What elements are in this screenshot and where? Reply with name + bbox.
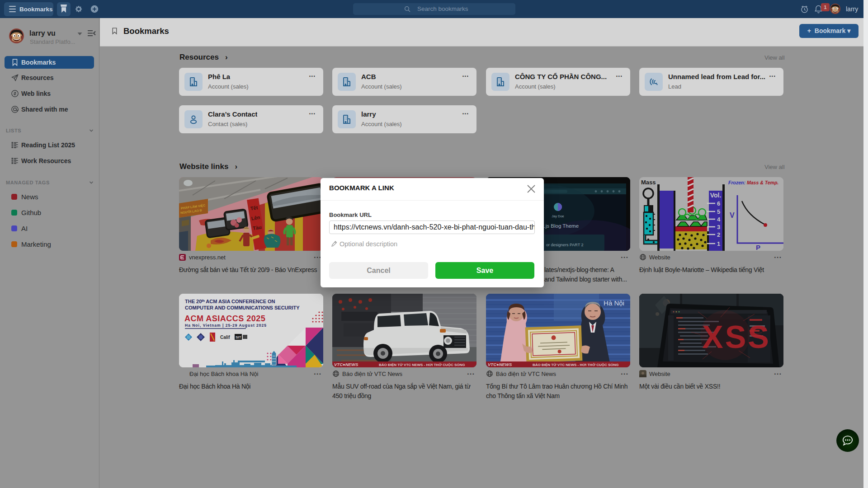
svg-text:5: 5 xyxy=(717,208,720,215)
svg-text:Ha Noi, Vietnam | 25-29 August: Ha Noi, Vietnam | 25-29 August 2025 xyxy=(185,323,267,328)
svg-text:3: 3 xyxy=(717,224,720,230)
svg-text:6: 6 xyxy=(717,200,720,207)
svg-text:Mass: Mass xyxy=(641,179,656,186)
svg-text:Jay Doe: Jay Doe xyxy=(552,214,564,218)
svg-text:Frozen:: Frozen: xyxy=(728,180,745,185)
svg-text:BÁO ĐIỆN TỬ VTC NEWS - HƠI THỞ: BÁO ĐIỆN TỬ VTC NEWS - HƠI THỞ CUỘC SỐNG xyxy=(379,362,465,367)
svg-text:4: 4 xyxy=(717,216,721,223)
svg-text:or designers PART 2: or designers PART 2 xyxy=(546,243,584,247)
svg-text:BÁO ĐIỆN TỬ VTC NEWS - HƠI THỞ: BÁO ĐIỆN TỬ VTC NEWS - HƠI THỞ CUỘC SỐNG xyxy=(533,362,619,367)
svg-text:SIT: SIT xyxy=(236,335,241,339)
svg-text:COMPUTER AND COMMUNICATIONS SE: COMPUTER AND COMMUNICATIONS SECURITY xyxy=(185,305,300,310)
svg-text:THE 20ᵗʰ ACM ASIA CONFERENCE O: THE 20ᵗʰ ACM ASIA CONFERENCE ON xyxy=(185,299,275,304)
svg-text:Calif: Calif xyxy=(220,335,230,340)
svg-text:Hà Nội: Hà Nội xyxy=(604,299,624,307)
svg-text:VTC●NEWS: VTC●NEWS xyxy=(334,362,359,367)
svg-text:V: V xyxy=(730,211,735,219)
svg-text:1: 1 xyxy=(717,240,720,247)
svg-text:Vol.: Vol. xyxy=(710,192,722,199)
svg-text:VTC●NEWS: VTC●NEWS xyxy=(488,362,512,367)
svg-text:2: 2 xyxy=(717,231,720,238)
svg-text:P: P xyxy=(756,244,760,251)
svg-text:ACM ASIACCS 2025: ACM ASIACCS 2025 xyxy=(184,314,265,323)
svg-text:Mass & Temp.: Mass & Temp. xyxy=(747,180,778,185)
